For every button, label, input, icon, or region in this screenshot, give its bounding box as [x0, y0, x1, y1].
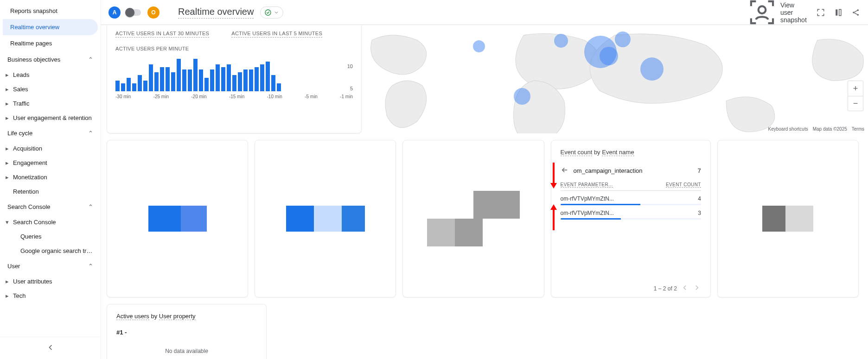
svg-point-0 [265, 10, 271, 15]
nav-retention[interactable]: Retention [0, 184, 101, 199]
tab-active-30[interactable]: ACTIVE USERS IN LAST 30 MINUTES [115, 31, 209, 38]
event-pager-prev[interactable] [681, 283, 689, 293]
arrow-left-icon [561, 166, 569, 174]
compare-button[interactable] [834, 8, 843, 17]
event-pager-next[interactable] [693, 283, 701, 293]
bar [193, 59, 198, 91]
treemap-placeholder [148, 206, 207, 232]
chevron-right-icon [693, 283, 701, 292]
event-col-count: EVENT COUNT [666, 182, 701, 188]
nav-realtime-overview[interactable]: Realtime overview [3, 19, 98, 35]
map-zoom-out[interactable]: − [848, 96, 863, 111]
no-data-label: No data available [116, 348, 257, 354]
event-row[interactable]: om-rfVTVpMYmZtN...3 [561, 205, 701, 216]
chevron-up-icon: ⌃ [88, 263, 93, 270]
bar [121, 83, 125, 92]
nav-realtime-pages[interactable]: Realtime pages [3, 35, 98, 51]
caret-right-icon: ▸ [5, 145, 9, 152]
nav-label: Acquisition [13, 145, 42, 152]
chevron-up-icon: ⌃ [88, 130, 93, 137]
audience-badge-a[interactable]: A [108, 6, 121, 19]
nav-user-engagement[interactable]: ▸User engagement & retention [0, 111, 101, 125]
section-business-objectives[interactable]: Business objectives ⌃ [0, 51, 101, 68]
svg-rect-3 [839, 9, 841, 15]
user-property-card: Active users by User property #1 - No da… [107, 304, 267, 359]
event-row-count: 3 [698, 210, 701, 216]
card-placeholder-1 [107, 140, 248, 297]
event-count-card: Event count by Event name om_campaign_in… [551, 140, 711, 297]
nav-engagement[interactable]: ▸Engagement [0, 156, 101, 170]
section-label: Business objectives [7, 56, 60, 63]
nav-label: Tech [13, 292, 26, 299]
bar [166, 67, 170, 92]
user-focus-icon [747, 0, 777, 27]
nav-traffic[interactable]: ▸Traffic [0, 96, 101, 111]
svg-marker-10 [550, 204, 557, 210]
nav-user-attributes[interactable]: ▸User attributes [0, 274, 101, 289]
nav-label: User engagement & retention [13, 114, 92, 121]
map-bubble [615, 31, 631, 47]
card-placeholder-3 [402, 140, 544, 297]
comparison-toggle[interactable] [127, 9, 141, 16]
caret-right-icon: ▸ [5, 100, 9, 107]
bar [127, 78, 131, 91]
event-back-button[interactable] [561, 166, 569, 176]
map-bubble [473, 40, 485, 52]
nav-acquisition[interactable]: ▸Acquisition [0, 141, 101, 156]
nav-reports-snapshot[interactable]: Reports snapshot [3, 3, 98, 19]
section-search-console[interactable]: Search Console ⌃ [0, 199, 101, 215]
bar [249, 69, 253, 91]
audience-badge-o[interactable]: O [147, 6, 160, 19]
active-users-chart-card: ACTIVE USERS IN LAST 30 MINUTES ACTIVE U… [107, 25, 362, 133]
realtime-map[interactable]: + − Keyboard shortcuts Map data ©2025 Te… [362, 25, 868, 133]
sidebar-collapse-button[interactable] [0, 337, 101, 359]
treemap-placeholder [427, 191, 520, 246]
treemap-placeholder [762, 206, 813, 232]
nav-search-console-group[interactable]: ▾Search Console [0, 215, 101, 229]
bar [143, 81, 147, 91]
section-life-cycle[interactable]: Life cycle ⌃ [0, 125, 101, 141]
nav-label: User attributes [13, 278, 52, 285]
nav-monetization[interactable]: ▸Monetization [0, 170, 101, 184]
svg-rect-2 [836, 9, 837, 15]
caret-right-icon: ▸ [5, 174, 9, 181]
share-button[interactable] [851, 8, 861, 17]
bar [255, 67, 259, 92]
map-keyboard-shortcuts[interactable]: Keyboard shortcuts [768, 126, 808, 132]
chevron-down-icon [274, 10, 279, 15]
bar [243, 69, 248, 91]
caret-right-icon: ▸ [5, 86, 9, 93]
fullscreen-button[interactable] [816, 8, 825, 17]
nav-sales[interactable]: ▸Sales [0, 82, 101, 96]
nav-leads[interactable]: ▸Leads [0, 68, 101, 82]
nav-label: Search Console [13, 219, 56, 226]
section-label: Life cycle [7, 130, 32, 137]
card-placeholder-5 [717, 140, 859, 297]
event-row[interactable]: om-rfVTVpMYmZtN...4 [561, 191, 701, 202]
check-circle-icon [264, 9, 272, 16]
event-total: 7 [698, 167, 701, 174]
map-terms[interactable]: Terms [852, 126, 864, 132]
annotation-arrow-up [549, 203, 559, 233]
nav-google-organic[interactable]: Google organic search traf... [0, 244, 101, 258]
view-user-snapshot-button[interactable]: View user snapshot [747, 0, 808, 27]
event-row-param: om-rfVTVpMYmZtN... [561, 210, 614, 216]
bar [232, 75, 236, 91]
nav-tech[interactable]: ▸Tech [0, 289, 101, 303]
caret-down-icon: ▾ [5, 219, 9, 226]
chevron-left-icon [681, 283, 689, 292]
svg-point-4 [853, 12, 855, 13]
verified-chip[interactable] [260, 6, 283, 19]
chart-subtitle: ACTIVE USERS PER MINUTE [115, 46, 353, 51]
map-bubble [600, 47, 618, 65]
bar [160, 67, 164, 92]
nav-queries[interactable]: Queries [0, 229, 101, 244]
tab-active-5[interactable]: ACTIVE USERS IN LAST 5 MINUTES [231, 31, 322, 38]
bar [266, 62, 270, 91]
event-name: om_campaign_interaction [574, 167, 693, 174]
bar [149, 64, 153, 91]
section-user[interactable]: User ⌃ [0, 258, 101, 274]
map-zoom-in[interactable]: + [848, 81, 863, 96]
bar [277, 83, 281, 92]
caret-right-icon: ▸ [5, 278, 9, 285]
